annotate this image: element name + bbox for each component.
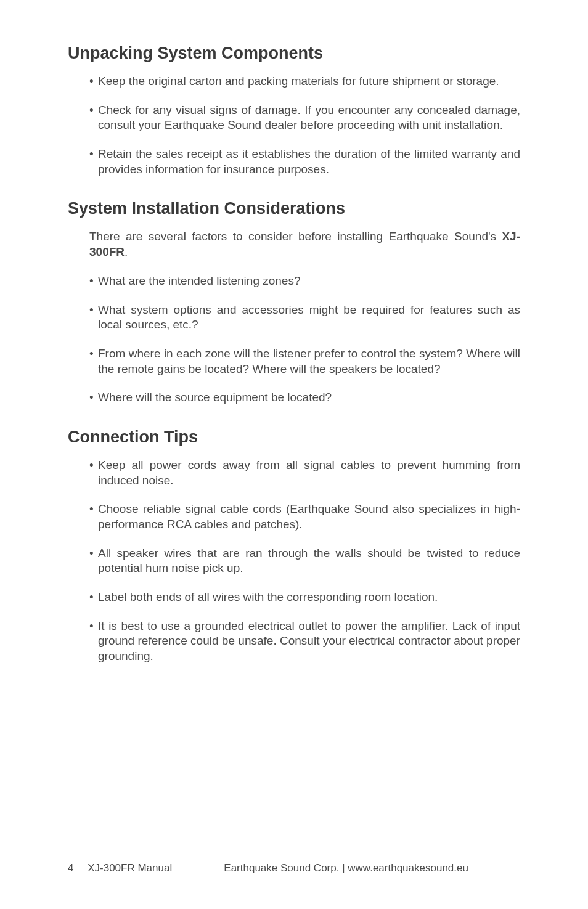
list-item: What system options and accessories migh… (89, 303, 520, 333)
list-item: What are the intended listening zones? (89, 274, 520, 289)
connection-list: Keep all power cords away from all signa… (68, 458, 520, 664)
list-item: From where in each zone will the listene… (89, 346, 520, 377)
footer-left: 4 XJ-300FR Manual (68, 862, 172, 874)
manual-title: XJ-300FR Manual (88, 862, 172, 874)
list-item: Keep the original carton and packing mat… (89, 74, 520, 89)
list-item: Keep all power cords away from all signa… (89, 458, 520, 488)
list-item: Retain the sales receipt as it establish… (89, 147, 520, 177)
heading-unpacking: Unpacking System Components (68, 44, 520, 63)
intro-pre: There are several factors to consider be… (89, 230, 502, 243)
footer-company: Earthquake Sound Corp. | www.earthquakes… (172, 862, 520, 874)
intro-post: . (125, 245, 128, 258)
heading-installation: System Installation Considerations (68, 199, 520, 218)
installation-block: There are several factors to consider be… (68, 229, 520, 406)
list-item: Label both ends of all wires with the co… (89, 590, 520, 605)
installation-intro: There are several factors to consider be… (89, 229, 520, 259)
heading-connection: Connection Tips (68, 428, 520, 447)
list-item: Check for any visual signs of damage. If… (89, 103, 520, 133)
list-item: It is best to use a grounded electrical … (89, 619, 520, 664)
page-number: 4 (68, 862, 73, 874)
list-item: Choose reliable signal cable cords (Eart… (89, 502, 520, 532)
page-content: Unpacking System Components Keep the ori… (0, 25, 588, 664)
list-item: Where will the source equipment be locat… (89, 390, 520, 406)
page-footer: 4 XJ-300FR Manual Earthquake Sound Corp.… (0, 862, 588, 874)
unpacking-list: Keep the original carton and packing mat… (68, 74, 520, 177)
list-item: All speaker wires that are ran through t… (89, 546, 520, 576)
